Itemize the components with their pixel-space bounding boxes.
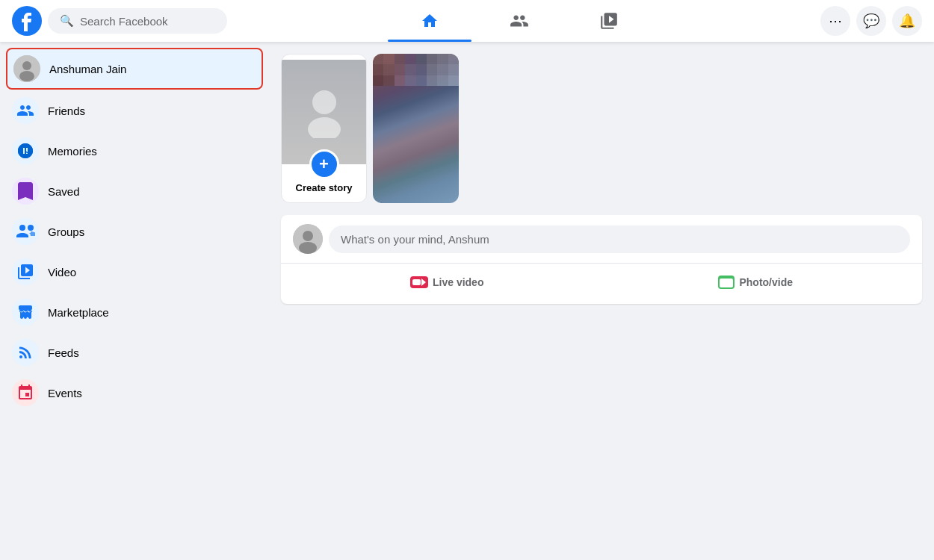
photo-video-icon — [718, 276, 734, 289]
story-avatar-bg: + — [281, 60, 367, 164]
nav-watch[interactable] — [567, 3, 651, 39]
search-icon: 🔍 — [60, 14, 74, 28]
svg-rect-12 — [412, 279, 421, 285]
messenger-icon-btn[interactable]: 💬 — [856, 6, 886, 36]
watch-nav-icon — [599, 11, 619, 31]
facebook-logo-icon[interactable] — [12, 6, 42, 36]
search-placeholder: Search Facebook — [80, 15, 168, 28]
composer-divider — [281, 263, 922, 264]
sidebar-groups-label: Groups — [48, 225, 84, 238]
header-left: 🔍 Search Facebook — [12, 6, 266, 36]
saved-icon — [12, 178, 39, 205]
composer-input[interactable]: What's on your mind, Anshum — [329, 225, 910, 253]
sidebar-item-marketplace[interactable]: Marketplace — [6, 293, 263, 332]
svg-point-7 — [312, 90, 336, 114]
svg-marker-13 — [421, 279, 426, 286]
sidebar: Anshuman Jain Friends Memories — [0, 42, 269, 560]
header-nav — [266, 3, 773, 39]
svg-point-4 — [19, 225, 25, 231]
composer-photo-video[interactable]: Photo/vide — [706, 270, 805, 295]
svg-point-11 — [299, 242, 317, 254]
menu-icon-btn[interactable]: ⋯ — [820, 6, 850, 36]
composer-actions: Live video Photo/vide — [293, 270, 910, 295]
create-story-label: Create story — [296, 182, 353, 193]
post-composer: What's on your mind, Anshum Live video — [281, 215, 922, 304]
sidebar-video-label: Video — [48, 266, 76, 279]
composer-avatar — [293, 224, 323, 254]
svg-point-8 — [308, 117, 341, 138]
marketplace-icon — [12, 299, 39, 326]
sidebar-item-friends[interactable]: Friends — [6, 91, 263, 130]
svg-point-5 — [28, 225, 34, 231]
header-right: ⋯ 💬 🔔 — [773, 6, 922, 36]
live-video-label: Live video — [433, 276, 483, 288]
stories-row: + Create story — [281, 54, 922, 203]
svg-point-6 — [19, 355, 22, 358]
story-photo-bg — [373, 54, 459, 203]
profile-avatar — [13, 55, 40, 82]
friends-icon — [12, 97, 39, 124]
events-icon — [12, 379, 39, 406]
composer-top: What's on your mind, Anshum — [293, 224, 910, 254]
sidebar-events-label: Events — [48, 387, 82, 399]
sidebar-friends-label: Friends — [48, 105, 85, 117]
story-person-icon — [302, 86, 347, 138]
composer-live-video[interactable]: Live video — [398, 270, 495, 295]
composer-placeholder: What's on your mind, Anshum — [341, 233, 489, 246]
photo-video-label: Photo/vide — [739, 276, 793, 288]
sidebar-item-memories[interactable]: Memories — [6, 131, 263, 170]
header: 🔍 Search Facebook ⋯ 💬 🔔 — [0, 0, 934, 42]
nav-friends[interactable] — [477, 3, 561, 39]
sidebar-item-groups[interactable]: Groups — [6, 212, 263, 251]
sidebar-memories-label: Memories — [48, 145, 97, 158]
main-content: + Create story — [269, 42, 934, 560]
pixelated-overlay — [373, 54, 459, 203]
home-icon — [421, 12, 439, 30]
video-icon — [12, 258, 39, 285]
story-card-2[interactable] — [373, 54, 459, 203]
sidebar-item-events[interactable]: Events — [6, 373, 263, 412]
svg-point-3 — [19, 71, 34, 81]
profile-name: Anshuman Jain — [49, 63, 126, 75]
create-story-plus-btn[interactable]: + — [309, 149, 339, 179]
nav-home[interactable] — [388, 3, 471, 39]
friends-nav-icon — [510, 11, 529, 31]
sidebar-feeds-label: Feeds — [48, 346, 79, 359]
feeds-icon — [12, 339, 39, 366]
svg-point-15 — [722, 281, 725, 284]
profile-avatar-icon — [13, 55, 40, 82]
sidebar-saved-label: Saved — [48, 185, 80, 198]
sidebar-marketplace-label: Marketplace — [48, 306, 109, 319]
memories-icon — [12, 137, 39, 164]
composer-avatar-icon — [293, 224, 323, 254]
notifications-icon-btn[interactable]: 🔔 — [892, 6, 922, 36]
sidebar-item-video[interactable]: Video — [6, 252, 263, 291]
sidebar-item-feeds[interactable]: Feeds — [6, 333, 263, 372]
search-bar[interactable]: 🔍 Search Facebook — [48, 8, 227, 34]
svg-point-2 — [22, 61, 31, 70]
page-layout: Anshuman Jain Friends Memories — [0, 0, 934, 560]
live-video-icon — [410, 276, 428, 288]
create-story-card[interactable]: + Create story — [281, 54, 367, 203]
sidebar-item-profile[interactable]: Anshuman Jain — [6, 48, 263, 90]
svg-point-10 — [303, 231, 313, 241]
groups-icon — [12, 218, 39, 245]
sidebar-item-saved[interactable]: Saved — [6, 172, 263, 211]
